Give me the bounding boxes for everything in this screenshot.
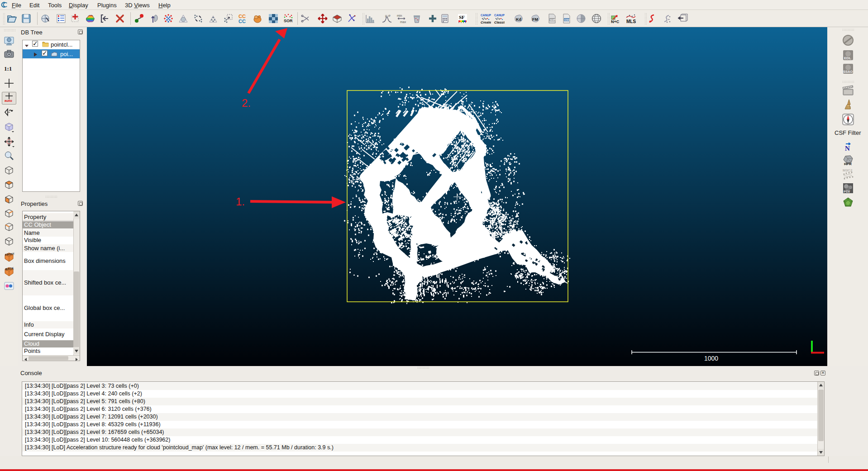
svg-text:SSAO: SSAO [843, 70, 853, 74]
svg-text:min: min [397, 14, 402, 17]
svg-text:M3C2: M3C2 [843, 168, 853, 172]
svg-text:Create: Create [481, 20, 491, 24]
svg-text:N: N [845, 145, 850, 152]
svg-text:CANUPO: CANUPO [494, 14, 505, 17]
svg-text:MLS: MLS [626, 19, 636, 24]
svg-text:Classify: Classify [494, 20, 505, 24]
svg-text:SOR: SOR [284, 19, 293, 23]
svg-text:CSV: CSV [564, 19, 570, 21]
svg-text:Kd: Kd [516, 17, 521, 22]
svg-text:1:1: 1:1 [4, 65, 12, 72]
svg-text:HPR: HPR [844, 162, 852, 166]
svg-text:SHP: SHP [550, 19, 555, 21]
svg-text:max: max [400, 20, 406, 24]
svg-text:CC: CC [238, 19, 246, 24]
svg-text:PCV: PCV [844, 190, 850, 194]
svg-text:EDL: EDL [844, 56, 851, 60]
svg-text:SF: SF [459, 14, 465, 20]
svg-text:μ,σ: μ,σ [385, 14, 391, 18]
svg-text:FM: FM [532, 17, 538, 22]
svg-text:N+C: N+C [611, 19, 620, 24]
svg-text:auto: auto [5, 99, 12, 103]
svg-text:CANUPO: CANUPO [481, 14, 491, 17]
